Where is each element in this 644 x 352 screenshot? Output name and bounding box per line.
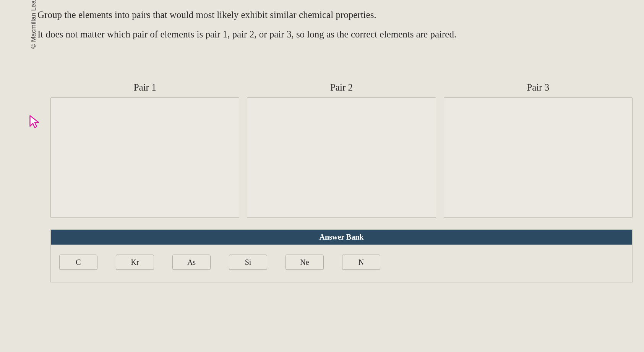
answer-bank: C Kr As Si Ne N <box>51 245 632 282</box>
question-line-1: Group the elements into pairs that would… <box>37 6 633 23</box>
pair-3-group: Pair 3 <box>444 82 633 218</box>
pair-3-label: Pair 3 <box>444 82 633 93</box>
pair-1-group: Pair 1 <box>50 82 239 218</box>
question-area: Group the elements into pairs that would… <box>37 6 633 45</box>
pair-3-dropzone[interactable] <box>444 97 633 218</box>
pair-2-label: Pair 2 <box>247 82 436 93</box>
pair-2-group: Pair 2 <box>247 82 436 218</box>
answer-bank-container: Answer Bank C Kr As Si Ne N <box>50 229 633 282</box>
element-tile-n[interactable]: N <box>342 255 380 270</box>
answer-bank-title: Answer Bank <box>51 230 632 245</box>
element-tile-as[interactable]: As <box>172 255 211 270</box>
element-tile-si[interactable]: Si <box>229 255 267 270</box>
element-tile-kr[interactable]: Kr <box>116 255 154 270</box>
pair-1-dropzone[interactable] <box>50 97 239 218</box>
question-line-2: It does not matter which pair of element… <box>37 26 633 43</box>
element-tile-ne[interactable]: Ne <box>286 255 324 270</box>
pair-1-label: Pair 1 <box>50 82 239 93</box>
pair-2-dropzone[interactable] <box>247 97 436 218</box>
question-text: Group the elements into pairs that would… <box>37 6 633 43</box>
copyright-text: © Macmillan Learning <box>30 0 37 55</box>
element-tile-c[interactable]: C <box>59 255 97 270</box>
cursor-icon <box>29 115 41 131</box>
pairs-container: Pair 1 Pair 2 Pair 3 <box>50 82 633 218</box>
